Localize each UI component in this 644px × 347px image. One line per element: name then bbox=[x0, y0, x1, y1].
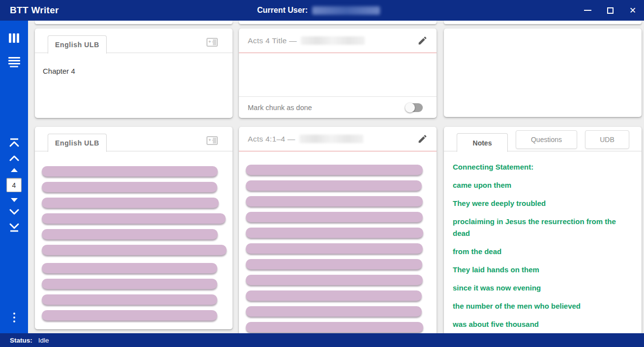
tab-english-ulb-2[interactable]: English ULB bbox=[48, 134, 107, 152]
target-verses-card: Acts 4:1–4 — bbox=[239, 127, 437, 335]
redacted-text-line bbox=[42, 294, 217, 305]
triangle-down-icon bbox=[11, 198, 18, 202]
redacted-text-line bbox=[42, 213, 226, 224]
target-title-header: Acts 4 Title — bbox=[239, 29, 437, 53]
close-icon: ✕ bbox=[629, 6, 636, 15]
current-user-label: Current User: bbox=[257, 6, 308, 15]
titlebar: BTT Writer Current User: ✕ bbox=[0, 0, 644, 21]
redacted-project-name-2 bbox=[299, 135, 363, 143]
note-link[interactable]: They were deeply troubled bbox=[453, 198, 627, 209]
note-link[interactable]: from the dead bbox=[453, 246, 627, 258]
redacted-text-line bbox=[246, 290, 422, 301]
empty-helps-card bbox=[444, 29, 642, 117]
redacted-text-line bbox=[246, 259, 422, 269]
chapter-down-stepper[interactable] bbox=[11, 197, 18, 203]
tab-udb[interactable]: UDB bbox=[585, 130, 629, 149]
library-icon[interactable] bbox=[0, 33, 28, 43]
previous-chapter-button[interactable] bbox=[8, 153, 21, 162]
current-user: Current User: bbox=[257, 0, 380, 21]
helps-header: Notes Questions UDB bbox=[444, 127, 642, 151]
tab-udb-label: UDB bbox=[600, 136, 615, 144]
target-redacted-text bbox=[239, 165, 437, 332]
redacted-text-line bbox=[246, 165, 423, 175]
chapter-up-stepper[interactable] bbox=[11, 167, 18, 173]
chapter-navigation: 4 bbox=[0, 137, 28, 233]
chapter-title-text: Chapter 4 bbox=[35, 53, 233, 75]
partial-card-target bbox=[239, 21, 437, 24]
redacted-text-line bbox=[246, 306, 422, 317]
source-redacted-text bbox=[35, 166, 233, 320]
maximize-button[interactable] bbox=[599, 0, 621, 21]
source-verses-card: English ULB + − bbox=[35, 127, 233, 329]
redacted-text-line bbox=[246, 228, 423, 238]
note-link[interactable]: came upon them bbox=[453, 179, 627, 191]
redacted-text-line bbox=[42, 182, 217, 192]
redacted-text-line bbox=[42, 279, 217, 289]
note-link[interactable]: Connecting Statement: bbox=[453, 161, 627, 173]
redacted-text-line bbox=[42, 166, 218, 176]
redacted-text-line bbox=[246, 322, 423, 332]
close-button[interactable]: ✕ bbox=[621, 0, 644, 21]
statusbar: Status: Idle bbox=[0, 333, 644, 347]
redacted-text-line bbox=[42, 198, 219, 208]
maximize-icon bbox=[607, 7, 614, 14]
redacted-text-line bbox=[42, 245, 227, 255]
target-title-label: Acts 4 Title — bbox=[248, 36, 297, 45]
status-label: Status: bbox=[10, 337, 32, 344]
next-chapter-button[interactable] bbox=[8, 208, 21, 217]
redacted-project-name bbox=[301, 36, 365, 45]
notes-link-list: Connecting Statement:came upon themThey … bbox=[444, 151, 642, 330]
minimize-icon bbox=[584, 10, 591, 11]
note-link[interactable]: since it was now evening bbox=[453, 282, 627, 294]
app-title: BTT Writer bbox=[10, 0, 59, 21]
partial-card-source bbox=[35, 21, 233, 24]
triangle-up-icon bbox=[11, 168, 18, 172]
minimize-button[interactable] bbox=[576, 0, 599, 21]
tab-questions[interactable]: Questions bbox=[516, 130, 577, 149]
chapter-number-input[interactable]: 4 bbox=[6, 178, 22, 192]
toggle-knob bbox=[405, 103, 415, 113]
status-value: Idle bbox=[38, 337, 49, 344]
partial-card-helps bbox=[444, 21, 642, 24]
redacted-text-line bbox=[42, 229, 218, 239]
redacted-text-line bbox=[246, 243, 423, 254]
redacted-text-line bbox=[42, 263, 217, 273]
target-title-card: Acts 4 Title — Mark chunk as done bbox=[239, 29, 437, 118]
chapter-number-value: 4 bbox=[12, 181, 16, 189]
manage-source-tabs-icon-2[interactable]: + − bbox=[206, 136, 218, 145]
tab-english-ulb-2-label: English ULB bbox=[55, 139, 99, 147]
redacted-text-line bbox=[246, 275, 423, 285]
redacted-text-line bbox=[246, 180, 422, 191]
chunk-list-icon[interactable] bbox=[0, 57, 28, 67]
redacted-text-line bbox=[246, 196, 423, 206]
note-link[interactable]: the number of the men who believed bbox=[453, 300, 627, 312]
source-card-header: English ULB + − bbox=[35, 29, 233, 53]
tab-questions-label: Questions bbox=[531, 136, 562, 144]
mark-chunk-done-toggle[interactable] bbox=[405, 103, 424, 113]
tab-notes-label: Notes bbox=[473, 139, 492, 147]
sidebar: 4 bbox=[0, 21, 28, 333]
edit-pencil-icon-2[interactable] bbox=[417, 134, 428, 146]
helps-card: Notes Questions UDB Connecting Statement… bbox=[444, 127, 642, 335]
chunk-footer: Mark chunk as done bbox=[239, 96, 437, 118]
source-verses-header: English ULB + − bbox=[35, 127, 233, 151]
redacted-text-line bbox=[42, 310, 217, 320]
last-chapter-button[interactable] bbox=[8, 222, 21, 233]
btt-writer-window: English ULB + − Chapter 4 Acts 4 Title —… bbox=[0, 0, 644, 347]
tab-notes[interactable]: Notes bbox=[457, 133, 508, 152]
target-verses-header: Acts 4:1–4 — bbox=[239, 127, 437, 151]
note-link[interactable]: was about five thousand bbox=[453, 318, 627, 330]
note-link[interactable]: They laid hands on them bbox=[453, 264, 627, 276]
tab-english-ulb[interactable]: English ULB bbox=[48, 35, 107, 54]
note-link[interactable]: proclaiming in Jesus the resurrection fr… bbox=[453, 216, 627, 239]
tab-english-ulb-label: English ULB bbox=[55, 41, 99, 49]
first-chapter-button[interactable] bbox=[8, 137, 21, 148]
target-verses-label: Acts 4:1–4 — bbox=[248, 135, 295, 144]
redacted-text-line bbox=[246, 212, 423, 222]
source-chapter-card: English ULB + − Chapter 4 bbox=[35, 29, 233, 118]
edit-pencil-icon[interactable] bbox=[417, 35, 428, 48]
more-options-icon[interactable] bbox=[0, 313, 28, 322]
window-controls: ✕ bbox=[576, 0, 644, 21]
mark-chunk-done-label: Mark chunk as done bbox=[248, 104, 312, 112]
manage-source-tabs-icon[interactable]: + − bbox=[206, 38, 218, 47]
